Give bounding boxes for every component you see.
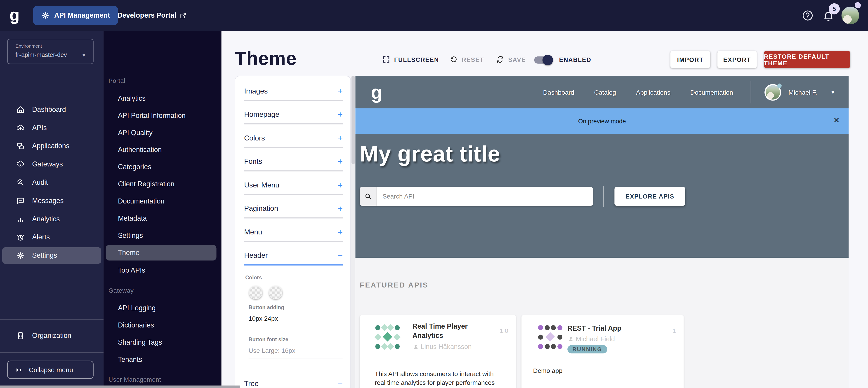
gear-icon	[41, 11, 50, 20]
sidebar-item-organization[interactable]: Organization	[2, 327, 101, 344]
submenu-item-metadata[interactable]: Metadata	[106, 211, 217, 226]
sidebar-divider	[0, 319, 103, 320]
app-card-icon	[538, 324, 562, 351]
submenu-item-analytics[interactable]: Analytics	[106, 91, 217, 106]
export-button[interactable]: EXPORT	[717, 51, 757, 68]
minus-icon: −	[338, 250, 342, 260]
portal-preview: g Dashboard Catalog Applications Documen…	[355, 76, 848, 388]
submenu-item-categories[interactable]: Categories	[106, 159, 217, 175]
preview-nav-applications[interactable]: Applications	[636, 89, 671, 95]
submenu-item-api-portal-information[interactable]: API Portal Information	[106, 108, 217, 124]
sidebar-item-applications[interactable]: Applications	[2, 138, 101, 154]
submenu-item-api-logging[interactable]: API Logging	[106, 300, 217, 316]
person-icon	[567, 336, 574, 343]
reset-button[interactable]: RESET	[450, 55, 484, 64]
accordion-header-expanded[interactable]: Header −	[244, 249, 343, 260]
toggle-switch[interactable]	[534, 57, 552, 64]
app-card-count: 1	[673, 327, 676, 334]
developers-portal-link[interactable]: Developers Portal	[117, 0, 187, 31]
app-card-title: REST - Trial App	[567, 324, 661, 333]
accordion-fonts[interactable]: Fonts +	[244, 155, 343, 166]
developers-portal-label: Developers Portal	[117, 11, 176, 19]
accordion-menu[interactable]: Menu +	[244, 226, 343, 237]
submenu-item-theme[interactable]: Theme	[106, 245, 217, 261]
submenu-item-tenants[interactable]: Tenants	[106, 352, 217, 367]
submenu-item-top-apis[interactable]: Top APIs	[106, 263, 217, 278]
plus-icon: +	[338, 180, 342, 190]
api-card-real-time-player-analytics[interactable]: Real Time Player Analytics 1.0 Linus Håk…	[360, 315, 516, 388]
preview-nav-documentation[interactable]: Documentation	[690, 89, 733, 95]
api-card-owner: Linus Håkansson	[412, 343, 471, 351]
divider	[244, 170, 343, 171]
header-title-color-swatch[interactable]	[269, 286, 282, 299]
preview-hero-title: My great title	[360, 141, 500, 166]
sidebar-item-messages[interactable]: Messages	[2, 192, 101, 209]
user-avatar[interactable]	[841, 6, 859, 24]
settings-submenu: Portal Analytics API Portal Information …	[103, 31, 221, 388]
submenu-item-dictionaries[interactable]: Dictionaries	[106, 318, 217, 333]
search-icon	[360, 187, 377, 206]
plus-icon: +	[338, 156, 342, 166]
import-button[interactable]: IMPORT	[671, 51, 710, 68]
sidebar-item-analytics[interactable]: Analytics	[2, 211, 101, 227]
api-card-icon	[375, 324, 400, 351]
app-root: g API Management Developers Portal	[0, 0, 868, 388]
accordion-pagination[interactable]: Pagination +	[244, 202, 343, 214]
help-icon[interactable]	[802, 9, 814, 22]
accordion-homepage[interactable]: Homepage +	[244, 108, 343, 120]
header-bg-color-swatch[interactable]	[249, 286, 262, 299]
sidebar-item-gateways[interactable]: Gateways	[2, 156, 101, 172]
accordion-user-menu[interactable]: User Menu +	[244, 179, 343, 190]
sidebar-item-dashboard[interactable]: Dashboard	[2, 101, 101, 118]
explore-apis-button[interactable]: EXPLORE APIS	[614, 187, 685, 206]
plus-icon: +	[338, 203, 342, 213]
accordion-colors[interactable]: Colors +	[244, 132, 343, 143]
preview-hero: My great title EXPLORE APIS	[355, 134, 848, 258]
api-card-rest-trial-app[interactable]: REST - Trial App 1 Michael Field RUNNING…	[522, 315, 684, 388]
submenu-item-settings[interactable]: Settings	[106, 228, 217, 244]
plus-icon: +	[338, 109, 342, 119]
gravitee-logo: g	[9, 4, 20, 26]
button-adding-label: Button adding	[249, 304, 284, 310]
accordion-tree[interactable]: Tree −	[244, 378, 343, 388]
collapse-menu-button[interactable]: Collapse menu	[7, 361, 94, 379]
preview-mode-banner: On preview mode ✕	[355, 108, 848, 134]
close-icon[interactable]: ✕	[833, 116, 840, 124]
sidebar-item-apis[interactable]: APIs	[2, 120, 101, 136]
submenu-item-authentication[interactable]: Authentication	[106, 142, 217, 158]
restore-default-theme-button[interactable]: RESTORE DEFAULT THEME	[764, 51, 850, 68]
button-font-size-input[interactable]	[249, 347, 343, 354]
chevron-down-icon[interactable]: ▼	[831, 90, 835, 95]
enabled-toggle[interactable]: ENABLED	[534, 55, 591, 64]
chat-icon	[16, 196, 25, 205]
accordion-images[interactable]: Images +	[244, 85, 343, 96]
divider	[244, 217, 343, 218]
preview-user-status-dot	[777, 83, 782, 88]
theme-customization-panel: Images + Homepage + Colors + Fonts + Use…	[235, 76, 351, 388]
preview-nav-dashboard[interactable]: Dashboard	[543, 89, 574, 95]
submenu-item-documentation[interactable]: Documentation	[106, 194, 217, 209]
gear-icon	[16, 251, 25, 260]
preview-user-avatar[interactable]	[765, 84, 781, 100]
environment-selector[interactable]: Environment fr-apim-master-dev ▼	[7, 39, 94, 64]
api-management-button[interactable]: API Management	[33, 6, 118, 25]
fullscreen-button[interactable]: FULLSCREEN	[382, 55, 439, 64]
submenu-item-client-registration[interactable]: Client Registration	[106, 176, 217, 192]
submenu-item-sharding-tags[interactable]: Sharding Tags	[106, 335, 217, 350]
horizontal-scrollbar[interactable]	[0, 386, 240, 388]
preview-nav-catalog[interactable]: Catalog	[594, 89, 616, 95]
sidebar-item-audit[interactable]: Audit	[2, 174, 101, 191]
sidebar-item-settings[interactable]: Settings	[2, 247, 101, 264]
active-divider	[244, 264, 343, 266]
preview-search-box[interactable]	[360, 187, 593, 206]
panel-scrollbar-thumb[interactable]	[351, 76, 355, 164]
api-card-version: 1.0	[500, 327, 508, 334]
save-button[interactable]: SAVE	[496, 55, 526, 64]
sidebar-item-alerts[interactable]: Alerts	[2, 229, 101, 246]
submenu-item-api-quality[interactable]: API Quality	[106, 125, 217, 140]
preview-user-name[interactable]: Michael F.	[788, 89, 817, 95]
main-sidebar: Environment fr-apim-master-dev ▼ Dashboa…	[0, 31, 103, 388]
button-adding-input[interactable]	[249, 315, 343, 322]
preview-search-input[interactable]	[377, 187, 593, 206]
divider	[244, 100, 343, 101]
